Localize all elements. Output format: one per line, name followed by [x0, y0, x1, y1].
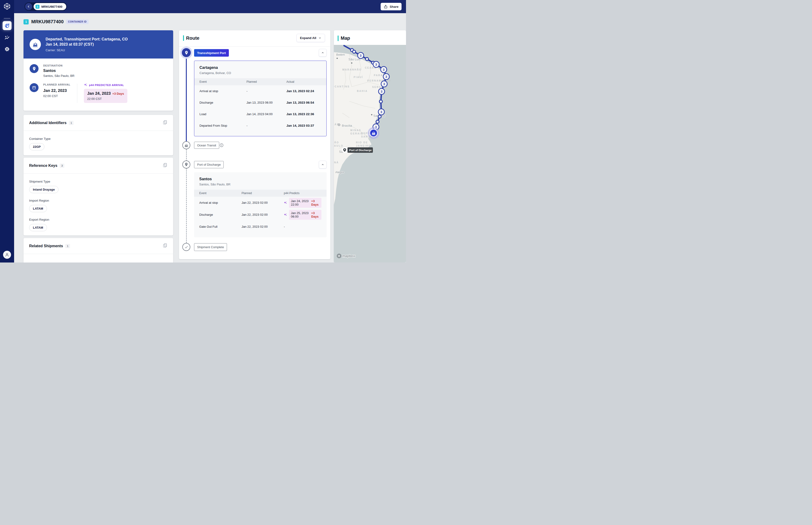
- route-header: Route Expand All: [179, 30, 330, 46]
- shipment-pill[interactable]: 1 MRKU9877400: [34, 3, 66, 10]
- table-cell: Jan 22, 2023 02:00: [242, 201, 284, 205]
- table-row: Arrival at stopJan 22, 2023 02:00Jan 24,…: [194, 197, 326, 209]
- collapse-transshipment-button[interactable]: [319, 49, 326, 57]
- expand-all-button[interactable]: Expand All: [296, 34, 325, 42]
- table-cell: Jan 13, 2023 06:54: [287, 101, 321, 104]
- field-value-pill: LATAM: [29, 205, 47, 212]
- table-row: Departed From Stop-Jan 14, 2023 03:37: [194, 120, 326, 131]
- planned-arrival-date: Jan 22, 2023: [43, 88, 71, 93]
- stop-events-table: EventPlannedp44 PredictsArrival at stopJ…: [194, 190, 326, 232]
- table-cell: -: [246, 124, 287, 127]
- carrier-label: Carrier: SEAU: [46, 48, 127, 52]
- map-state-label: PIAUÍ: [354, 76, 363, 78]
- port-of-discharge-badge: Port of Discharge: [194, 161, 224, 168]
- related-shipments-card: Related Shipments 1: [24, 238, 173, 262]
- map-waypoint-marker[interactable]: [366, 58, 369, 61]
- copy-icon[interactable]: [162, 120, 168, 126]
- map-waypoint-marker[interactable]: [380, 100, 383, 103]
- map-city-label: Alegre: [335, 170, 344, 174]
- back-button[interactable]: [25, 3, 32, 10]
- share-button[interactable]: Share: [381, 3, 401, 10]
- table-header-cell: Actual: [287, 78, 321, 85]
- map-canvas[interactable]: MARANHÃOCEARÁPIAUÍPARAÍBAPERNAMBUCOTOCAN…: [334, 45, 406, 262]
- predicted-arrival-label: p44 PREDICTED ARRIVAL: [89, 84, 124, 87]
- map-title: Map: [341, 35, 350, 41]
- additional-identifiers-count: 1: [69, 121, 74, 125]
- predicted-date-chip: Jan 25, 2023 06:00+3 Days: [289, 210, 321, 220]
- copy-icon[interactable]: [162, 243, 168, 249]
- field-value-pill: Inland Drayage: [29, 186, 59, 193]
- table-cell: Discharge: [199, 101, 246, 104]
- insights-sparkle-icon: [4, 35, 10, 41]
- page-header: 1 MRKU9877400 CONTAINER ID: [24, 19, 89, 25]
- route-accent-bar: [183, 35, 184, 41]
- map-waypoint-marker[interactable]: [353, 50, 356, 53]
- map-cluster-count: 3: [383, 68, 385, 72]
- shipment-id: MRKU9877400: [41, 5, 62, 9]
- field-label: Shipment Type: [29, 180, 168, 183]
- mapbox-attribution[interactable]: mapbox: [337, 254, 355, 258]
- map-cluster-count: 3: [383, 82, 385, 86]
- table-row: LoadJan 14, 2023 04:00Jan 13, 2023 22:36: [194, 108, 326, 120]
- sidebar-item-insights[interactable]: [3, 33, 12, 42]
- map-state-label: MARANHÃO: [342, 68, 362, 71]
- shipment-search-capsule: 1 MRKU9877400: [25, 2, 67, 11]
- table-cell: -: [284, 225, 321, 228]
- map-waypoint-marker[interactable]: [376, 120, 379, 123]
- destination-pin-icon: [30, 64, 39, 73]
- field-value-pill: LATAM: [29, 224, 47, 231]
- table-row: Arrival at stop-Jan 13, 2023 02:24: [194, 85, 326, 97]
- tooltip-pin-circle: [342, 147, 348, 153]
- table-cell: Arrival at stop: [199, 89, 246, 93]
- predicted-arrival-label-row: p44 PREDICTED ARRIVAL: [84, 83, 127, 87]
- table-cell: Departed From Stop: [199, 124, 246, 127]
- p44-sparkle-icon: [84, 83, 88, 87]
- destination-name: Santos: [43, 69, 75, 73]
- stop-city: Santos: [199, 177, 321, 181]
- map-city-label: Brasília: [342, 124, 352, 127]
- collapse-discharge-button[interactable]: [319, 161, 326, 168]
- sidebar-item-tracking[interactable]: [3, 21, 12, 30]
- related-shipments-count: 1: [65, 244, 70, 248]
- field: Container Type22GP: [29, 137, 168, 150]
- expand-all-label: Expand All: [300, 36, 316, 40]
- container-count-badge: 1: [24, 19, 29, 25]
- sidebar-item-settings[interactable]: [3, 45, 12, 54]
- app-logo-cube-icon[interactable]: [3, 3, 11, 10]
- field-label: Export Region: [29, 218, 168, 221]
- mapbox-logo-text: mapbox: [342, 254, 355, 258]
- field: Shipment TypeInland Drayage: [29, 180, 168, 193]
- info-icon[interactable]: [219, 143, 224, 147]
- map-state-label: PARANÁ: [334, 161, 339, 164]
- transshipment-pin-icon: [182, 48, 191, 57]
- globe-icon: [4, 23, 10, 28]
- additional-identifiers-body: Container Type22GP: [24, 131, 173, 156]
- map-city-label: Belém: [336, 53, 345, 56]
- table-cell: Gate Out Full: [199, 225, 242, 228]
- table-header-cell: Planned: [246, 78, 287, 85]
- user-avatar[interactable]: [3, 251, 11, 259]
- copy-icon[interactable]: [162, 163, 168, 168]
- map-city-dot: [351, 62, 352, 63]
- p44-sparkle-icon: [284, 201, 287, 205]
- field-value-pill: 22GP: [29, 143, 44, 150]
- vessel-marker[interactable]: [370, 129, 377, 137]
- planned-arrival-label: PLANNED ARRIVAL: [43, 83, 71, 86]
- chevron-down-icon: [318, 36, 321, 40]
- related-shipments-title: Related Shipments: [29, 244, 63, 248]
- ocean-transit-ship-icon: [182, 141, 190, 149]
- additional-identifiers-title: Additional Identifiers: [29, 121, 66, 125]
- table-header-cell: Event: [199, 78, 246, 85]
- p44-sparkle-icon: [284, 213, 287, 216]
- page-title: MRKU9877400: [31, 19, 64, 25]
- stop-events-table: EventPlannedActualArrival at stop-Jan 13…: [194, 78, 326, 131]
- table-header-row: EventPlannedp44 Predicts: [194, 190, 326, 197]
- predicted-arrival-time: 22:00 CST: [87, 97, 124, 101]
- map-cluster-count: 3: [360, 54, 362, 57]
- map-waypoint-marker[interactable]: [378, 115, 381, 118]
- map-cluster-count: 3: [381, 110, 382, 114]
- status-line1: Departed, Transshipment Port: Cartagena,…: [46, 37, 127, 41]
- sidebar: [0, 0, 14, 262]
- map-cluster-count: 3: [376, 63, 377, 66]
- table-cell: -: [246, 89, 287, 93]
